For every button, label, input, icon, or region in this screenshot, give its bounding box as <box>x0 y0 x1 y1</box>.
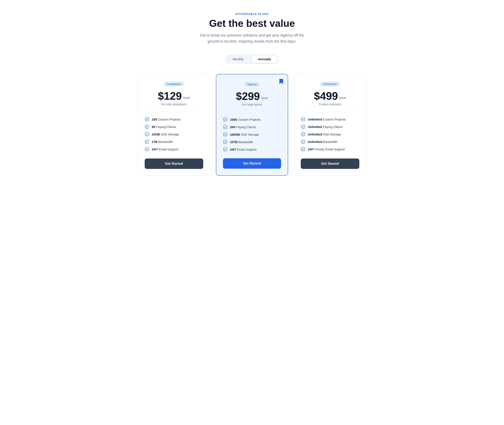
feature-item-enterprise-2: Unlimited SSD Storage <box>301 132 359 136</box>
feature-text-agency-3: 10TB Bandwidth <box>230 140 253 144</box>
check-icon <box>223 147 228 152</box>
feature-item-agency-1: 200 Paying Clients <box>223 125 281 129</box>
svg-point-1 <box>145 125 149 129</box>
feature-item-enterprise-4: 24/7 Priority Email Support <box>301 147 359 152</box>
price-row-agency: $299 /year <box>223 91 281 102</box>
feature-item-freelancer-4: 24/7 Email Support <box>145 147 203 152</box>
check-icon <box>301 117 305 121</box>
bookmark-icon <box>279 79 284 86</box>
billing-toggle: Monthly Annually <box>225 54 279 64</box>
pricing-cards-section: Freelancer $129 /year For solo developer… <box>138 74 366 176</box>
plan-badge-agency: Agency <box>244 82 260 87</box>
feature-text-freelancer-0: 100 Custom Projects <box>152 118 181 121</box>
plan-tagline-agency: For large teams <box>223 103 281 106</box>
plan-badge-freelancer: Freelancer <box>164 82 184 86</box>
page-wrapper: AFFORDABLE PLANS Get the best value Get … <box>138 13 366 176</box>
feature-bold-agency-4: 24/7 <box>230 148 236 151</box>
feature-text-freelancer-2: 10GB SSD Storage <box>152 133 179 136</box>
check-icon <box>223 132 228 137</box>
plan-tagline-freelancer: For solo developers <box>145 103 203 106</box>
feature-item-agency-0: 1000 Custom Projects <box>223 117 281 122</box>
price-amount-enterprise: $499 <box>314 91 338 101</box>
feature-bold-freelancer-0: 100 <box>152 118 157 121</box>
affordable-label: AFFORDABLE PLANS <box>138 13 366 16</box>
feature-bold-freelancer-2: 10GB <box>152 133 160 136</box>
toggle-section: Monthly Annually <box>138 54 366 64</box>
svg-point-5 <box>223 118 227 121</box>
price-period-enterprise: /year <box>339 96 346 100</box>
subtitle: Get to know our premium solutions and ge… <box>194 32 310 45</box>
check-icon <box>223 117 228 122</box>
svg-point-0 <box>145 117 149 121</box>
pricing-card-freelancer: Freelancer $129 /year For solo developer… <box>138 74 210 176</box>
svg-point-4 <box>145 147 149 151</box>
divider-freelancer <box>145 112 203 112</box>
annually-toggle-button[interactable]: Annually <box>251 55 278 63</box>
badge-wrapper-enterprise: Enterprise <box>301 82 359 91</box>
price-row-enterprise: $499 /year <box>301 91 359 101</box>
svg-point-6 <box>223 125 227 129</box>
feature-item-freelancer-1: 50 Paying Clients <box>145 124 203 129</box>
feature-text-enterprise-3: Unlimited Bandwidth <box>308 140 338 144</box>
feature-bold-freelancer-3: 1TB <box>152 140 157 144</box>
price-row-freelancer: $129 /year <box>145 91 203 101</box>
check-icon <box>145 147 149 152</box>
pricing-card-agency: Agency $299 /year For large teams 1000 C… <box>216 74 288 176</box>
feature-item-enterprise-1: Unlimited Paying Clients <box>301 124 359 129</box>
feature-text-agency-1: 200 Paying Clients <box>230 125 256 129</box>
feature-text-agency-4: 24/7 Email Support <box>230 148 256 151</box>
check-icon <box>301 139 305 144</box>
feature-bold-agency-2: 100GB <box>230 133 240 136</box>
feature-text-enterprise-1: Unlimited Paying Clients <box>308 125 343 129</box>
price-amount-agency: $299 <box>236 91 260 102</box>
svg-point-10 <box>301 117 305 121</box>
feature-text-enterprise-2: Unlimited SSD Storage <box>308 133 341 136</box>
svg-point-13 <box>301 140 305 144</box>
price-period-freelancer: /year <box>183 96 190 100</box>
feature-bold-freelancer-4: 24/7 <box>152 147 158 151</box>
features-list-freelancer: 100 Custom Projects 50 Paying Clients 10… <box>145 117 203 152</box>
plan-tagline-enterprise: Custom solutions <box>301 103 359 106</box>
svg-point-8 <box>223 140 227 144</box>
feature-bold-enterprise-1: Unlimited <box>308 125 322 129</box>
feature-item-freelancer-2: 10GB SSD Storage <box>145 132 203 136</box>
price-period-agency: /year <box>261 96 268 100</box>
check-icon <box>223 139 228 144</box>
check-icon <box>145 132 149 136</box>
feature-item-freelancer-0: 100 Custom Projects <box>145 117 203 121</box>
check-icon <box>223 125 228 129</box>
check-icon <box>301 124 305 129</box>
check-icon <box>145 139 149 144</box>
feature-text-freelancer-3: 1TB Bandwidth <box>152 140 173 144</box>
cta-button-freelancer[interactable]: Get Started <box>145 159 203 169</box>
plan-badge-enterprise: Enterprise <box>320 82 340 86</box>
feature-text-agency-2: 100GB SSD Storage <box>230 133 259 136</box>
feature-bold-freelancer-1: 50 <box>152 125 155 129</box>
svg-point-7 <box>223 133 227 136</box>
check-icon <box>301 147 305 152</box>
monthly-toggle-button[interactable]: Monthly <box>226 55 250 63</box>
feature-text-agency-0: 1000 Custom Projects <box>230 118 261 121</box>
svg-point-3 <box>145 140 149 144</box>
badge-wrapper-agency: Agency <box>223 82 281 91</box>
cta-button-agency[interactable]: Get Started <box>223 158 281 169</box>
feature-item-enterprise-0: Unlimited Custom Projects <box>301 117 359 121</box>
feature-text-enterprise-4: 24/7 Priority Email Support <box>308 147 345 151</box>
features-list-enterprise: Unlimited Custom Projects Unlimited Payi… <box>301 117 359 152</box>
divider-agency <box>223 112 281 112</box>
feature-item-freelancer-3: 1TB Bandwidth <box>145 139 203 144</box>
cta-button-enterprise[interactable]: Get Started <box>301 159 359 169</box>
svg-point-12 <box>301 132 305 136</box>
header-section: AFFORDABLE PLANS Get the best value Get … <box>138 13 366 44</box>
feature-bold-agency-3: 10TB <box>230 140 238 144</box>
svg-point-14 <box>301 147 305 151</box>
feature-text-freelancer-1: 50 Paying Clients <box>152 125 176 129</box>
feature-bold-agency-1: 200 <box>230 125 235 129</box>
divider-enterprise <box>301 112 359 112</box>
features-list-agency: 1000 Custom Projects 200 Paying Clients … <box>223 117 281 152</box>
feature-bold-agency-0: 1000 <box>230 118 237 121</box>
svg-point-11 <box>301 125 305 129</box>
price-amount-freelancer: $129 <box>158 91 182 101</box>
feature-text-freelancer-4: 24/7 Email Support <box>152 147 178 151</box>
main-title: Get the best value <box>138 18 366 29</box>
